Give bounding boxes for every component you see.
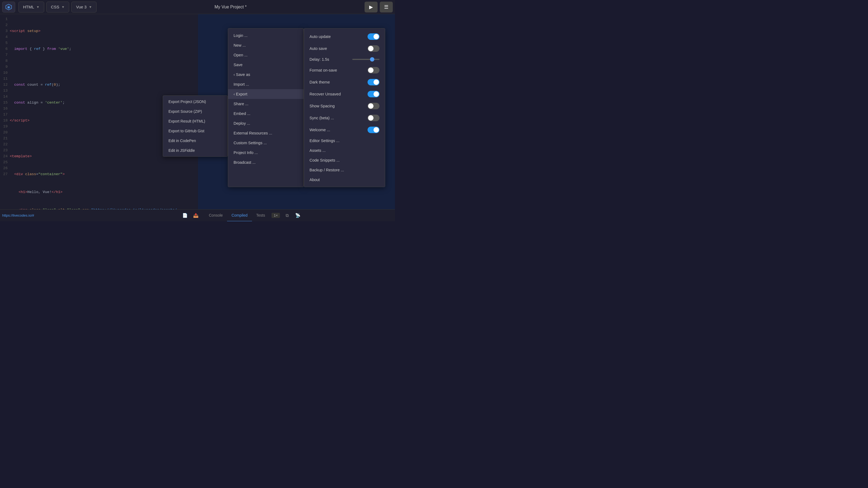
logo-button[interactable] xyxy=(2,2,15,12)
setting-code-snippets[interactable]: Code Snippets ... xyxy=(304,155,385,165)
tab-html-label: HTML xyxy=(23,5,34,9)
menu-share[interactable]: Share ... xyxy=(228,99,304,109)
setting-welcome[interactable]: Welcome ... xyxy=(304,124,385,136)
delay-label: Delay: 1.5s xyxy=(310,57,349,62)
broadcast-icon: 📡 xyxy=(295,213,301,218)
menu-share-label: Share ... xyxy=(234,102,248,106)
copy-icon-btn[interactable]: ⧉ xyxy=(283,212,291,219)
setting-dark-theme[interactable]: Dark theme xyxy=(304,76,385,88)
bottom-link[interactable]: https://livecodes.io/# xyxy=(2,214,34,218)
slider-thumb[interactable] xyxy=(370,57,374,62)
menu-import[interactable]: Import ... xyxy=(228,79,304,89)
export-project-json[interactable]: Export Project (JSON) xyxy=(163,97,227,106)
tab-vue3[interactable]: Vue 3 ▼ xyxy=(71,2,97,12)
tab-compiled[interactable]: Compiled xyxy=(227,209,252,222)
tab-css[interactable]: CSS ▼ xyxy=(46,2,69,12)
setting-show-spacing[interactable]: Show Spacing xyxy=(304,100,385,112)
tab-compiled-label: Compiled xyxy=(231,213,247,218)
tab-console-label: Console xyxy=(209,213,223,218)
menu-login[interactable]: Login ... xyxy=(228,31,304,40)
editor-icon: 📄 xyxy=(182,213,188,218)
menu-new[interactable]: New ... xyxy=(228,40,304,50)
copy-icon: ⧉ xyxy=(286,213,289,218)
menu-export-label: ‹ Export xyxy=(234,92,247,96)
toggle-recover-unsaved[interactable] xyxy=(368,91,379,97)
menu-custom-settings-label: Custom Settings ... xyxy=(234,141,267,145)
settings-panel: Auto update Auto save Delay: 1.5s Format… xyxy=(304,28,385,187)
editor-area: 12345 678910 1112131415 1617181920 21222… xyxy=(0,14,395,209)
bottom-tab-extra: 1× ⧉ 📡 xyxy=(272,212,302,219)
menu-custom-settings[interactable]: Custom Settings ... xyxy=(228,138,304,148)
setting-sync-beta[interactable]: Sync (beta) ... xyxy=(304,112,385,124)
toggle-format-on-save[interactable] xyxy=(368,67,379,73)
menu-deploy-label: Deploy ... xyxy=(234,121,250,126)
setting-about[interactable]: About xyxy=(304,175,385,185)
menu-save-as[interactable]: ‹ Save as xyxy=(228,70,304,79)
toggle-auto-update[interactable] xyxy=(368,33,379,40)
menu-external-resources-label: External Resources ... xyxy=(234,131,272,135)
logo-icon xyxy=(5,3,12,11)
setting-dark-theme-label: Dark theme xyxy=(310,80,330,84)
topbar: HTML ▼ CSS ▼ Vue 3 ▼ My Vue Project * ▶ … xyxy=(0,0,395,14)
tab-console[interactable]: Console xyxy=(205,209,227,222)
menu-broadcast-label: Broadcast ... xyxy=(234,160,255,165)
toggle-dark-theme[interactable] xyxy=(368,79,379,86)
tab-html[interactable]: HTML ▼ xyxy=(19,2,44,12)
menu-deploy[interactable]: Deploy ... xyxy=(228,119,304,128)
setting-show-spacing-label: Show Spacing xyxy=(310,104,335,108)
setting-editor-settings-label: Editor Settings ... xyxy=(310,138,339,143)
menu-save-as-label: ‹ Save as xyxy=(234,72,250,77)
setting-recover-unsaved[interactable]: Recover Unsaved xyxy=(304,88,385,100)
zoom-badge[interactable]: 1× xyxy=(272,213,280,218)
setting-format-on-save[interactable]: Format on-save xyxy=(304,64,385,76)
menu-external-resources[interactable]: External Resources ... xyxy=(228,128,304,138)
setting-auto-update-label: Auto update xyxy=(310,34,331,39)
project-title: My Vue Project * xyxy=(98,5,364,9)
setting-welcome-label: Welcome ... xyxy=(310,128,330,132)
dropdown-overlay: Export Project (JSON) Export Source (ZIP… xyxy=(163,28,395,187)
menu-open-label: Open ... xyxy=(234,53,248,57)
menu-login-label: Login ... xyxy=(234,33,248,38)
edit-in-jsfiddle[interactable]: Edit in JSFiddle xyxy=(163,145,227,155)
hamburger-menu-button[interactable]: ☰ xyxy=(380,2,393,12)
export-github-gist[interactable]: Export to GitHub Gist xyxy=(163,126,227,136)
setting-code-snippets-label: Code Snippets ... xyxy=(310,158,340,162)
tab-html-chevron: ▼ xyxy=(36,5,40,9)
menu-save[interactable]: Save xyxy=(228,60,304,70)
setting-assets[interactable]: Assets ... xyxy=(304,145,385,155)
menu-embed-label: Embed ... xyxy=(234,111,250,116)
toggle-sync-beta[interactable] xyxy=(368,115,379,121)
menu-embed[interactable]: Embed ... xyxy=(228,109,304,119)
toggle-show-spacing[interactable] xyxy=(368,103,379,109)
broadcast-icon-btn[interactable]: 📡 xyxy=(294,212,302,219)
delay-slider[interactable] xyxy=(352,59,379,60)
tab-vue3-chevron: ▼ xyxy=(89,5,92,9)
bottom-left: https://livecodes.io/# 📄 📤 xyxy=(2,211,200,220)
menu-open[interactable]: Open ... xyxy=(228,50,304,60)
setting-recover-unsaved-label: Recover Unsaved xyxy=(310,92,341,96)
hamburger-icon: ☰ xyxy=(384,4,389,10)
run-button[interactable]: ▶ xyxy=(365,2,378,12)
setting-backup-restore[interactable]: Backup / Restore ... xyxy=(304,165,385,175)
menu-project-info[interactable]: Project Info ... xyxy=(228,148,304,158)
setting-editor-settings[interactable]: Editor Settings ... xyxy=(304,136,385,145)
bottombar: https://livecodes.io/# 📄 📤 Console Compi… xyxy=(0,209,395,221)
toggle-auto-save[interactable] xyxy=(368,45,379,52)
setting-auto-update[interactable]: Auto update xyxy=(304,31,385,42)
export-source-zip[interactable]: Export Source (ZIP) xyxy=(163,106,227,116)
menu-export[interactable]: ‹ Export xyxy=(228,89,304,99)
share-icon-btn[interactable]: 📤 xyxy=(191,211,200,220)
menu-broadcast[interactable]: Broadcast ... xyxy=(228,158,304,167)
setting-auto-save[interactable]: Auto save xyxy=(304,42,385,55)
tab-css-chevron: ▼ xyxy=(62,5,65,9)
bottom-tabs: Console Compiled Tests xyxy=(205,209,269,222)
share-icon: 📤 xyxy=(193,213,198,218)
tab-css-label: CSS xyxy=(51,5,59,9)
setting-assets-label: Assets ... xyxy=(310,148,326,153)
editor-icon-btn[interactable]: 📄 xyxy=(181,211,189,220)
export-result-html[interactable]: Export Result (HTML) xyxy=(163,116,227,126)
tab-tests[interactable]: Tests xyxy=(252,209,270,222)
menu-import-label: Import ... xyxy=(234,82,249,87)
edit-in-codepen[interactable]: Edit in CodePen xyxy=(163,136,227,145)
toggle-welcome[interactable] xyxy=(368,127,379,133)
